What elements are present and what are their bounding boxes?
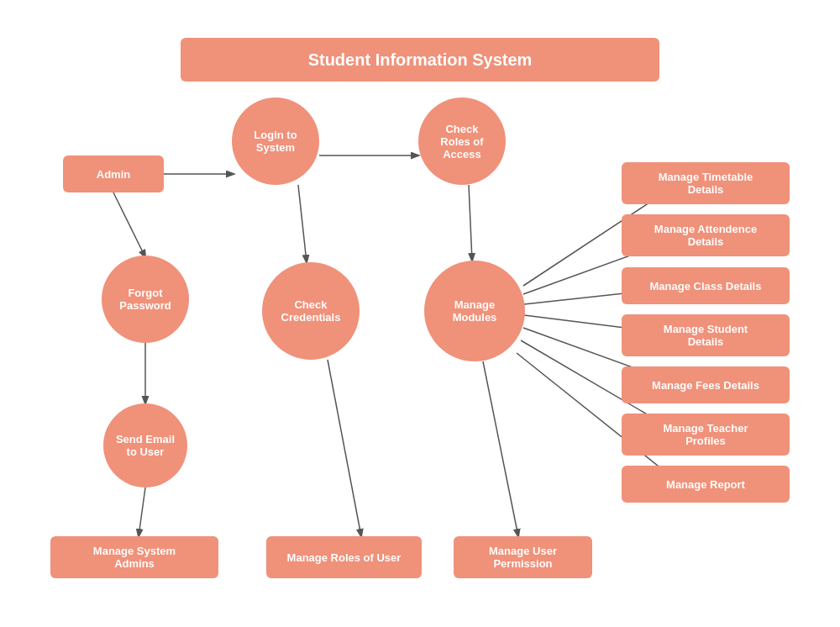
svg-line-2 [113, 192, 145, 257]
send-email-circle: Send Email to User [103, 403, 187, 487]
manage-class-box: Manage Class Details [622, 267, 790, 304]
admin-box: Admin [63, 155, 164, 192]
manage-fees-box: Manage Fees Details [622, 366, 790, 403]
manage-roles-box: Manage Roles of User [266, 536, 422, 578]
svg-line-5 [469, 185, 472, 261]
manage-user-perm-box: Manage User Permission [454, 536, 592, 578]
manage-attendance-box: Manage Attendence Details [622, 214, 790, 256]
forgot-password-circle: Forgot Password [102, 256, 189, 343]
title-box: Student Information System [181, 38, 659, 82]
diagram: Student Information System [0, 0, 840, 627]
svg-line-14 [328, 360, 361, 536]
svg-line-13 [139, 487, 145, 536]
manage-report-box: Manage Report [622, 466, 790, 503]
manage-modules-circle: Manage Modules [424, 261, 525, 361]
check-roles-circle: Check Roles of Access [418, 97, 506, 185]
check-credentials-circle: Check Credentials [262, 262, 360, 360]
svg-line-4 [298, 185, 307, 262]
manage-sys-admins-box: Manage System Admins [50, 536, 218, 578]
manage-timetable-box: Manage Timetable Details [622, 162, 790, 204]
login-circle: Login to System [232, 97, 319, 185]
manage-teacher-box: Manage Teacher Profiles [622, 414, 790, 456]
manage-student-box: Manage Student Details [622, 314, 790, 356]
title-text: Student Information System [308, 50, 533, 70]
svg-line-15 [483, 361, 518, 536]
